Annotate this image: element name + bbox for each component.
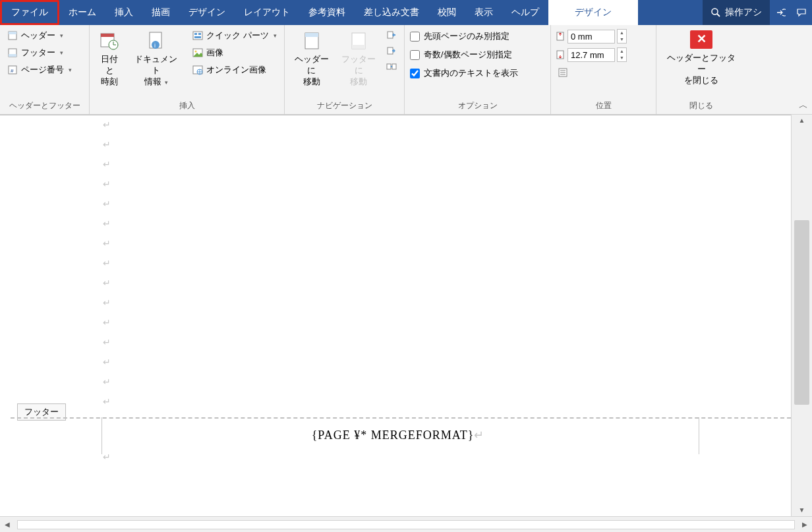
previous-section-button[interactable] [383,28,400,42]
chevron-up-icon: ︿ [799,100,808,110]
paragraph-mark: ↵ [103,452,111,463]
date-time-label2: 時刻 [101,76,118,88]
link-icon [386,61,397,72]
alignment-tab-icon [558,67,568,78]
spin-down-icon[interactable]: ▼ [618,55,626,61]
tab-context-design[interactable]: デザイン [548,0,638,25]
paragraph-mark: ↵ [103,317,111,328]
next-section-button[interactable] [383,44,400,58]
goto-footer-button: フッターに 移動 [336,28,382,90]
quick-parts-button[interactable]: クイック パーツ ▾ [189,28,280,44]
close-icon: ✕ [690,30,712,49]
tab-draw[interactable]: 描画 [142,0,179,25]
spin-up-icon[interactable]: ▲ [618,30,626,36]
paragraph-mark: ↵ [103,297,111,309]
group-label: ナビゲーション [289,98,400,114]
scroll-up-icon[interactable]: ▲ [792,115,812,127]
spin-up-icon[interactable]: ▲ [618,48,626,55]
group-position: ▲▼ ▲▼ 位置 [551,25,656,114]
page-number-button[interactable]: # ページ番号 ▾ [4,62,75,78]
paragraph-mark: ↵ [103,337,111,348]
goto-footer-label1: フッターに [340,54,378,76]
first-page-checkbox[interactable]: 先頭ページのみ別指定 [409,28,519,45]
group-label: オプション [409,98,546,114]
dropdown-arrow-icon: ▾ [60,32,63,39]
tell-me-search[interactable]: 操作アシ [703,0,770,25]
svg-text:#: # [11,68,14,74]
goto-header-button[interactable]: ヘッダーに 移動 [289,28,335,90]
goto-footer-icon [348,30,369,51]
tab-mailings[interactable]: 差し込み文書 [355,0,428,25]
online-picture-icon [192,65,203,75]
show-text-checkbox[interactable]: 文書内のテキストを表示 [409,65,519,82]
odd-even-checkbox[interactable]: 奇数/偶数ページ別指定 [409,46,519,63]
footer-from-bottom-icon [555,49,566,60]
svg-text:i: i [154,42,156,49]
comments-button[interactable] [791,0,812,25]
footer-from-bottom-input[interactable] [567,48,615,62]
tab-home[interactable]: ホーム [59,0,105,25]
dropdown-arrow-icon: ▾ [69,67,72,73]
svg-point-14 [152,41,160,49]
group-insert: 日付と 時刻 i ドキュメント 情報 ▾ クイック パーツ ▾ 画像 [90,25,285,114]
footer-boundary-line [11,417,791,419]
spin-down-icon[interactable]: ▼ [618,36,626,43]
paragraph-mark: ↵ [103,159,111,170]
comment-icon [796,7,807,18]
link-to-previous-button[interactable] [383,59,400,74]
footer-icon [7,47,18,58]
online-pictures-button[interactable]: オンライン画像 [189,62,280,78]
svg-rect-16 [193,32,202,40]
dropdown-arrow-icon: ▾ [60,49,63,56]
tab-view[interactable]: 表示 [465,0,502,25]
paragraph-mark: ↵ [103,376,111,388]
scroll-down-icon[interactable]: ▼ [792,504,812,516]
document-info-button[interactable]: i ドキュメント 情報 ▾ [128,28,184,90]
group-navigation: ヘッダーに 移動 フッターに 移動 ナビゲーション [285,25,405,114]
goto-header-label1: ヘッダーに [293,54,331,76]
close-label2: を閉じる [684,75,718,86]
tab-layout[interactable]: レイアウト [235,0,299,25]
horizontal-scrollbar[interactable]: ◀ ▶ [0,516,812,532]
picture-icon [192,47,203,58]
tab-insert[interactable]: 挿入 [105,0,142,25]
pictures-button[interactable]: 画像 [189,45,280,61]
online-pictures-label: オンライン画像 [206,64,266,76]
scroll-right-icon[interactable]: ▶ [798,521,812,528]
header-from-top-input[interactable] [567,30,615,44]
scroll-track[interactable] [17,520,795,529]
vertical-scrollbar[interactable]: ▲ ▼ [791,115,812,516]
page-number-icon: # [7,65,18,75]
paragraph-mark: ↵ [103,238,111,249]
date-time-button[interactable]: 日付と 時刻 [94,28,125,90]
paragraph-mark: ↵ [103,396,111,407]
dropdown-arrow-icon: ▾ [165,79,168,86]
tab-design[interactable]: デザイン [179,0,235,25]
tab-references[interactable]: 参考資料 [299,0,355,25]
footer-button[interactable]: フッター ▾ [4,45,75,61]
tab-file[interactable]: ファイル [0,0,59,25]
spinner[interactable]: ▲▼ [617,29,627,44]
svg-rect-3 [9,32,16,34]
document-canvas[interactable]: ↵ ↵ ↵ ↵ ↵ ↵ ↵ ↵ ↵ ↵ ↵ ↵ ↵ ↵ ↵ フッター {PAGE… [0,115,791,516]
paragraph-mark: ↵ [103,258,111,269]
header-button[interactable]: ヘッダー ▾ [4,28,75,44]
pictures-label: 画像 [206,47,223,59]
footer-field-code[interactable]: {PAGE ¥* MERGEFORMAT}↵ [5,428,791,442]
document-info-label2: 情報 [144,76,161,86]
svg-rect-5 [9,54,16,57]
paragraph-mark: ↵ [103,179,111,190]
footer-label: フッター [21,47,55,59]
spinner[interactable]: ▲▼ [617,47,627,62]
share-button[interactable] [770,0,791,25]
group-close: ✕ ヘッダーとフッター を閉じる 閉じる [656,25,746,114]
collapse-ribbon-button[interactable]: ︿ [799,100,808,111]
scroll-thumb[interactable] [794,220,809,405]
scroll-left-icon[interactable]: ◀ [0,521,14,528]
group-label: ヘッダーとフッター [4,98,85,114]
tab-review[interactable]: 校閲 [428,0,465,25]
close-header-footer-button[interactable]: ✕ ヘッダーとフッター を閉じる [660,28,742,89]
paragraph-mark: ↵ [103,278,111,289]
tab-help[interactable]: ヘルプ [502,0,548,25]
insert-alignment-tab-button[interactable] [555,66,571,79]
